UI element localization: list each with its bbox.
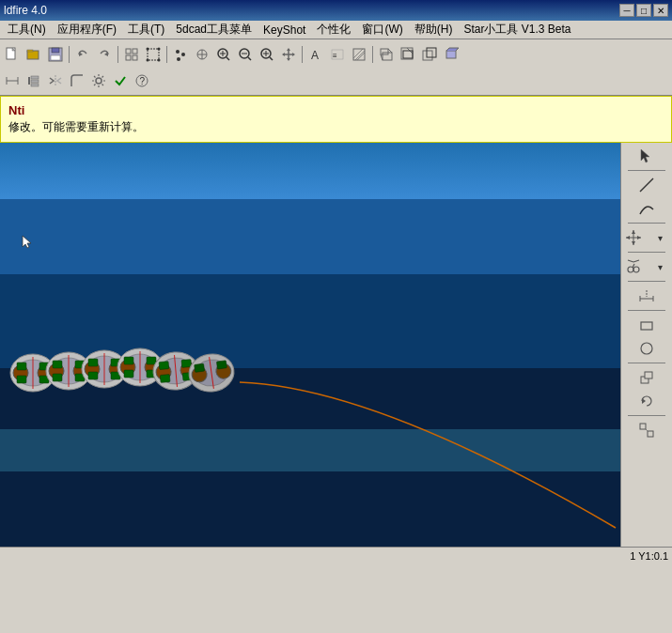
tb-zoom-fit[interactable] [213,44,234,65]
svg-rect-139 [640,424,646,429]
svg-rect-44 [381,49,388,54]
svg-marker-117 [641,149,649,162]
tb-undo[interactable] [72,44,93,65]
sep4 [302,46,303,63]
tb-redo[interactable] [94,44,115,65]
svg-rect-50 [423,51,432,60]
rp-dim-tool[interactable] [634,285,659,307]
tb-zoom-in[interactable] [257,44,277,65]
tb-select-box[interactable] [143,44,164,65]
rp-rotate-tool[interactable] [634,390,659,412]
title-bar: ldfire 4.0 ─ □ ✕ [0,0,672,21]
menu-item-window[interactable]: 窗口(W) [356,20,408,39]
rp-sep6 [628,363,665,363]
svg-rect-105 [181,360,192,368]
tb-dim2[interactable]: ≡ [327,44,348,65]
status-coords: 1 Y1:0.1 [630,550,668,562]
tb2-align[interactable] [23,70,44,91]
tb-point[interactable] [170,44,191,65]
rp-line-tool[interactable] [634,174,659,196]
sep1 [69,46,70,63]
svg-rect-51 [427,48,436,57]
maximize-button[interactable]: □ [636,4,651,17]
tb-3d-solid[interactable] [441,44,461,65]
tb2-settings[interactable] [88,70,109,91]
close-button[interactable]: ✕ [653,4,668,17]
svg-marker-8 [104,52,108,56]
menu-item-help[interactable]: 帮助(H) [409,20,459,39]
svg-point-126 [633,267,639,272]
menu-item-star[interactable]: Star小工具 V1.3 Beta [458,20,576,39]
menu-item-tools2[interactable]: 工具(T) [122,20,170,39]
tb2-help[interactable]: ? [132,70,152,91]
svg-rect-113 [195,363,205,372]
toolbar-1: A ≡ [2,41,670,68]
tb-3d-view2[interactable] [419,44,440,65]
svg-text:?: ? [140,76,146,86]
svg-point-17 [158,59,161,62]
rp-transform-expand[interactable]: ▾ [648,226,672,249]
tb2-dimension[interactable] [2,70,23,91]
rp-select-tool[interactable] [634,145,659,167]
tb2-mirror[interactable] [45,70,66,91]
svg-rect-52 [446,51,456,58]
rp-curve-tool[interactable] [634,197,659,220]
svg-rect-3 [27,50,33,52]
tb-open[interactable] [23,44,44,65]
svg-point-135 [641,343,652,354]
rp-trim-expand[interactable]: ▾ [648,255,672,278]
minimize-button[interactable]: ─ [619,4,634,17]
rp-scale-tool[interactable] [634,419,659,441]
viewport[interactable] [0,143,620,547]
tb-hatch[interactable] [349,44,369,65]
menu-item-app[interactable]: 应用程序(F) [52,20,122,39]
svg-marker-36 [287,58,290,61]
tb-3d-view1[interactable] [398,44,418,65]
svg-point-61 [96,78,102,84]
tb-text[interactable]: A [305,44,326,65]
svg-marker-123 [626,236,630,239]
tb-save[interactable] [45,44,66,65]
rp-circle-tool[interactable] [634,337,659,360]
rp-sep1 [628,170,665,171]
notification-text: 修改。可能需要重新计算。 [8,119,664,135]
menu-item-5dcad[interactable]: 5dcad工具菜单 [170,20,258,39]
tb-new[interactable] [2,44,23,65]
rp-sep7 [628,415,665,416]
toolbar-2: ? [2,69,670,93]
svg-marker-124 [637,236,641,239]
tb2-check[interactable] [110,70,131,91]
tb-snap[interactable] [192,44,212,65]
svg-rect-6 [51,55,60,60]
rp-sep5 [628,310,665,311]
svg-rect-96 [147,357,156,364]
rp-trim-row: ▾ [621,255,672,278]
menu-item-tools[interactable]: 工具(N) [2,20,52,39]
tb-zoom-out[interactable] [235,44,256,65]
svg-line-129 [628,260,633,262]
svg-rect-140 [648,431,653,437]
svg-marker-7 [79,52,83,56]
svg-text:A: A [311,49,319,62]
notification-title: Nti [8,103,664,117]
menu-item-personal[interactable]: 个性化 [311,20,356,39]
svg-marker-38 [292,53,295,56]
svg-rect-43 [383,53,392,60]
tb-grid[interactable] [121,44,142,65]
menu-item-keyshot[interactable]: KeyShot [258,22,311,39]
tb-3d-box[interactable] [376,44,397,65]
rp-transform-tool[interactable] [621,226,646,249]
rp-move-tool[interactable] [634,366,659,389]
rp-rect-tool[interactable] [634,314,659,336]
svg-rect-86 [88,359,98,366]
svg-line-45 [388,49,392,53]
rp-sep4 [628,281,665,282]
tb2-fillet[interactable] [67,70,87,91]
svg-point-14 [147,48,149,51]
rp-trim-tool[interactable] [621,255,646,278]
tb-pan[interactable] [278,44,299,65]
svg-rect-77 [53,361,62,368]
sep2 [117,46,118,63]
svg-rect-97 [124,370,133,378]
window-controls[interactable]: ─ □ ✕ [619,4,668,17]
